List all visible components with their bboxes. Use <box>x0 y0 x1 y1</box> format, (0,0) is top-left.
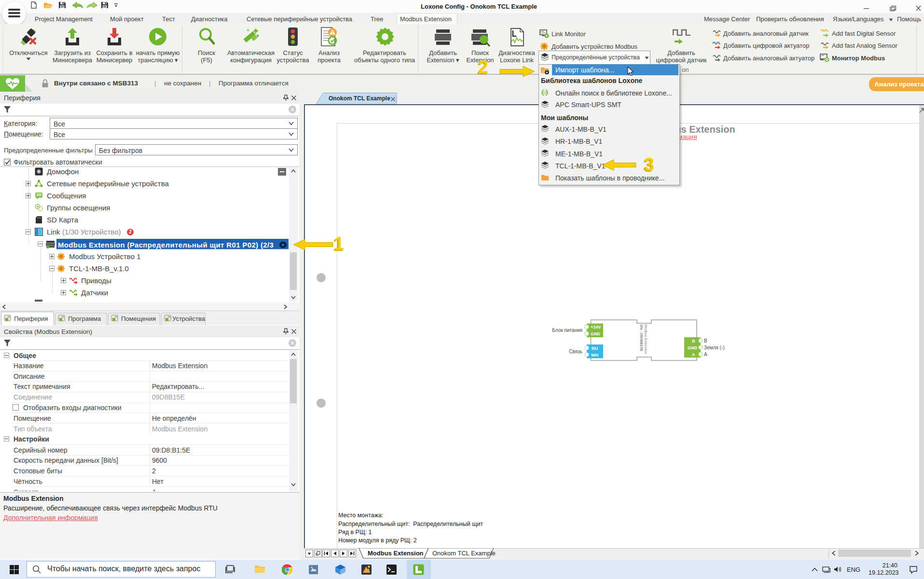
svg-text:Блок питания: Блок питания <box>552 328 582 333</box>
svg-text:B: B <box>692 339 695 344</box>
svg-text:BU: BU <box>592 346 598 351</box>
svg-text:GND: GND <box>688 345 698 350</box>
svg-text:WH: WH <box>591 353 598 358</box>
svg-text:Modbus Extension: Modbus Extension <box>644 324 648 354</box>
svg-text:B: B <box>704 338 707 344</box>
svg-text:A: A <box>692 352 695 357</box>
svg-text:Связь: Связь <box>569 349 582 354</box>
svg-text:A: A <box>704 352 707 357</box>
svg-text:GND: GND <box>591 331 601 336</box>
svg-text:SN : 09D8B15E: SN : 09D8B15E <box>639 324 644 351</box>
svg-text:+24V: +24V <box>591 325 601 330</box>
svg-text:Земля (-): Земля (-) <box>704 345 725 350</box>
